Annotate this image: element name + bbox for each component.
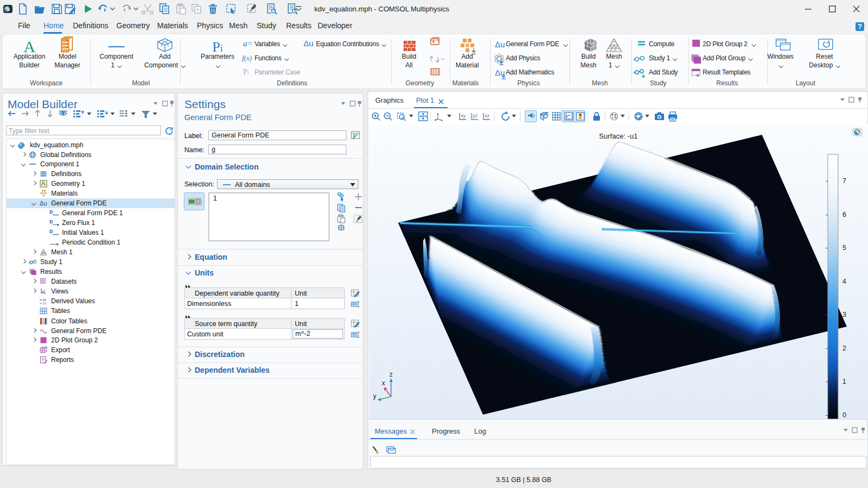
svg-text:a=: a= xyxy=(243,39,253,48)
svg-text:A: A xyxy=(23,37,35,55)
svg-text:D: D xyxy=(49,209,53,215)
svg-text:xz: xz xyxy=(485,113,490,118)
svg-text:Δu: Δu xyxy=(495,40,505,49)
svg-text:y: y xyxy=(373,392,376,400)
svg-text:D: D xyxy=(49,219,53,224)
svg-text:D: D xyxy=(49,229,53,234)
svg-text:z: z xyxy=(389,371,393,378)
svg-text:xy: xy xyxy=(461,113,466,118)
svg-text:e-12: e-12 xyxy=(40,301,47,305)
svg-text:f(x): f(x) xyxy=(242,54,252,62)
svg-text:yz: yz xyxy=(473,113,478,118)
svg-text:Δu: Δu xyxy=(40,200,47,207)
svg-text:Δu: Δu xyxy=(303,39,313,48)
svg-text:Pi: Pi xyxy=(243,68,249,76)
svg-text:x: x xyxy=(382,379,385,387)
svg-text:Pi: Pi xyxy=(212,39,222,55)
